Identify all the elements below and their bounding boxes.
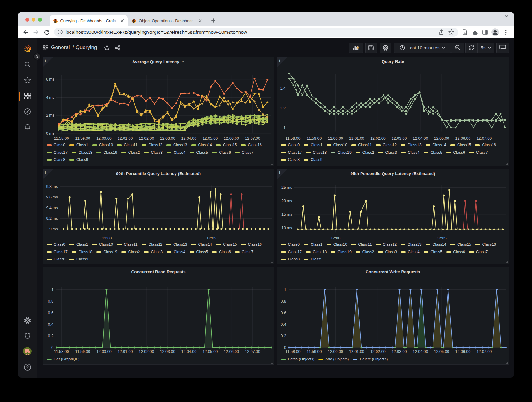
svg-text:12:07:00: 12:07:00 [245,136,260,140]
svg-text:2 ms: 2 ms [46,113,54,118]
svg-text:12:00:00: 12:00:00 [96,136,112,140]
svg-text:12:00:00: 12:00:00 [328,136,343,140]
svg-text:12:03:00: 12:03:00 [392,136,407,140]
svg-text:12:06:00: 12:06:00 [455,136,471,140]
svg-text:12:04:00: 12:04:00 [181,136,197,140]
svg-text:1.2: 1.2 [280,106,286,110]
svg-text:9.2 ms: 9.2 ms [46,216,58,220]
svg-text:0.6: 0.6 [281,311,286,315]
svg-text:12:06:00: 12:06:00 [224,136,239,140]
svg-text:12:05:00: 12:05:00 [434,136,449,140]
svg-text:0: 0 [284,345,286,350]
svg-text:0.2: 0.2 [48,334,53,338]
svg-text:9.6 ms: 9.6 ms [46,195,58,199]
svg-text:15 ms: 15 ms [281,212,292,216]
svg-text:12:03:00: 12:03:00 [160,349,175,354]
svg-text:11:58:00: 11:58:00 [286,136,301,140]
svg-text:12:05: 12:05 [437,236,446,240]
svg-text:12:05:00: 12:05:00 [202,349,218,354]
svg-text:0.6: 0.6 [48,311,53,315]
svg-text:12:02:00: 12:02:00 [139,349,154,354]
svg-text:0.8: 0.8 [48,299,53,304]
svg-text:12:04:00: 12:04:00 [413,349,428,354]
svg-text:20 ms: 20 ms [281,198,292,203]
svg-text:1: 1 [283,125,286,130]
svg-text:12:05:00: 12:05:00 [434,349,449,354]
svg-text:12:01:00: 12:01:00 [349,136,364,140]
svg-text:1: 1 [51,288,53,292]
svg-text:0.4: 0.4 [48,322,53,327]
svg-text:12:07:00: 12:07:00 [476,136,492,140]
svg-text:12:03:00: 12:03:00 [160,136,175,140]
svg-text:12:06:00: 12:06:00 [455,349,471,354]
svg-text:12:07:00: 12:07:00 [476,349,492,354]
svg-text:11:59:00: 11:59:00 [75,136,90,140]
svg-text:12:02:00: 12:02:00 [370,349,386,354]
svg-text:11:58:00: 11:58:00 [54,136,69,140]
svg-text:6 ms: 6 ms [46,77,54,81]
svg-text:12:02:00: 12:02:00 [139,136,154,140]
svg-text:12:05: 12:05 [206,236,216,240]
svg-text:12:04:00: 12:04:00 [181,349,197,354]
svg-text:12:05:00: 12:05:00 [202,136,218,140]
svg-text:12:00: 12:00 [331,236,340,240]
svg-text:1: 1 [284,288,286,292]
svg-text:9.8 ms: 9.8 ms [46,184,58,188]
svg-text:9 ms: 9 ms [49,227,58,231]
svg-text:12:04:00: 12:04:00 [413,136,428,140]
svg-text:11:58:00: 11:58:00 [54,349,69,354]
svg-text:12:06:00: 12:06:00 [224,349,239,354]
svg-text:1.4: 1.4 [280,86,286,90]
svg-text:11:59:00: 11:59:00 [307,349,322,354]
svg-text:4 ms: 4 ms [46,95,54,99]
svg-text:11:59:00: 11:59:00 [75,349,90,354]
svg-text:0.8: 0.8 [281,299,286,304]
svg-text:12:00:00: 12:00:00 [96,349,112,354]
svg-text:11:59:00: 11:59:00 [307,136,322,140]
svg-text:25 ms: 25 ms [281,185,292,189]
svg-text:0.4: 0.4 [281,322,286,327]
svg-text:12:02:00: 12:02:00 [370,136,386,140]
svg-text:12:01:00: 12:01:00 [118,349,133,354]
svg-text:10 ms: 10 ms [281,226,292,230]
svg-text:12:01:00: 12:01:00 [118,136,133,140]
svg-text:12:00: 12:00 [102,236,112,240]
svg-text:12:00:00: 12:00:00 [328,349,343,354]
svg-text:9.4 ms: 9.4 ms [46,205,58,210]
svg-text:0: 0 [51,345,53,350]
svg-text:0 ms: 0 ms [46,131,54,135]
svg-text:0.2: 0.2 [281,334,286,338]
svg-text:12:07:00: 12:07:00 [245,349,260,354]
svg-text:12:01:00: 12:01:00 [349,349,364,354]
svg-text:12:03:00: 12:03:00 [392,349,407,354]
svg-text:11:58:00: 11:58:00 [286,349,301,354]
